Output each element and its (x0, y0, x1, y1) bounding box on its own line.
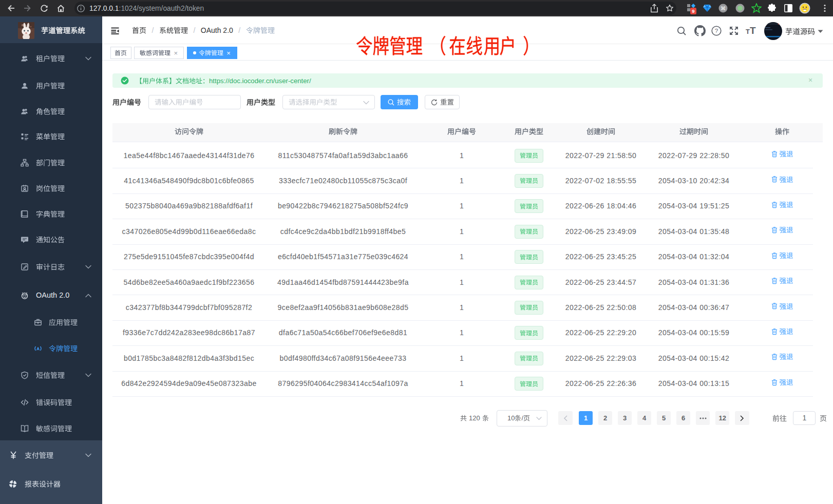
svg-text:⌘: ⌘ (721, 6, 726, 11)
svg-text:?: ? (715, 28, 718, 34)
svg-text:9: 9 (692, 8, 694, 14)
